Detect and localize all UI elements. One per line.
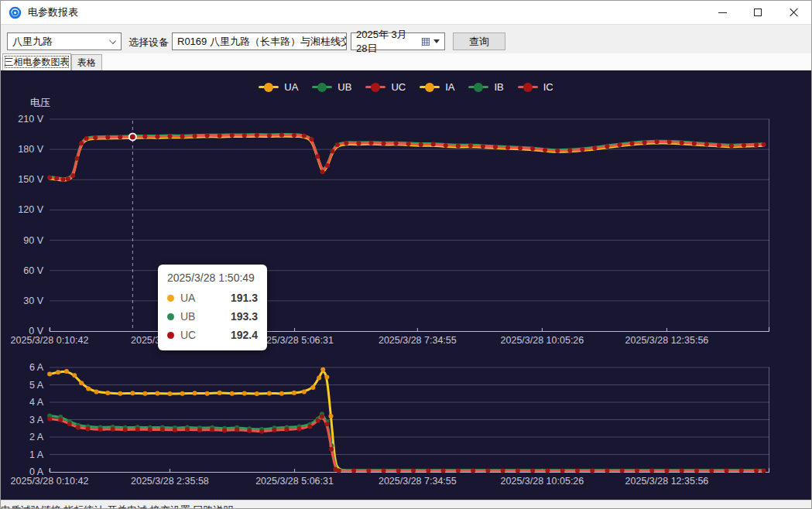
legend-label: IB	[494, 81, 503, 93]
legend-item-ic[interactable]: IC	[518, 81, 553, 93]
tooltip-series-value: 193.3	[231, 310, 258, 323]
legend-item-ub[interactable]: UB	[312, 81, 351, 93]
tooltip-row-ub: UB193.3	[167, 307, 258, 326]
toolbar: 八里九路 选择设备 R0169 八里九路（长丰路）与湘桂线交 2025年 3月2…	[1, 24, 811, 53]
legend-marker-icon	[468, 86, 488, 88]
series-dot-icon	[167, 332, 174, 339]
legend-marker-icon	[420, 86, 440, 88]
legend-marker-icon	[312, 86, 332, 88]
query-button-label: 查询	[469, 35, 489, 49]
tooltip-series-value: 192.4	[231, 329, 258, 341]
device-select-value: R0169 八里九路（长丰路）与湘桂线交	[177, 35, 347, 49]
background-window-text: 电质试验链接 指标统计 开关电试 接变设置 回路说明	[1, 504, 233, 509]
tooltip-series-label: UB	[180, 310, 195, 323]
dropdown-arrow-icon	[433, 39, 440, 43]
maximize-button[interactable]	[740, 1, 776, 24]
legend-label: IC	[543, 81, 553, 93]
tooltip-row-uc: UC192.4	[167, 326, 258, 344]
device-select[interactable]: R0169 八里九路（长丰路）与湘桂线交	[172, 32, 347, 50]
close-icon	[789, 8, 798, 17]
series-dot-icon	[167, 295, 174, 302]
series-dot-icon	[167, 313, 174, 320]
chart-legend: UAUBUCIAIBIC	[1, 81, 811, 93]
minimize-icon	[718, 12, 727, 13]
legend-item-ib[interactable]: IB	[468, 81, 503, 93]
background-window-strip: 电质试验链接 指标统计 开关电试 接变设置 回路说明	[1, 500, 811, 509]
tooltip-series-value: 191.3	[231, 292, 258, 304]
tooltip-series-label: UC	[180, 329, 196, 341]
tab-label: 表格	[77, 56, 96, 70]
tooltip-row-ua: UA191.3	[167, 289, 258, 307]
legend-item-ua[interactable]: UA	[259, 81, 298, 93]
legend-label: UA	[284, 81, 298, 93]
app-window: 电参数报表 八里九路 选择设备 R0169 八里九路（长丰路）与湘桂线交 202…	[0, 0, 812, 509]
legend-marker-icon	[259, 86, 279, 88]
tab-strip: 三相电参数图表 表格	[1, 53, 811, 70]
title-bar: 电参数报表	[1, 1, 811, 24]
window-title: 电参数报表	[28, 5, 78, 19]
chart-panel	[1, 70, 811, 500]
close-button[interactable]	[776, 1, 811, 24]
area-select[interactable]: 八里九路	[7, 32, 122, 50]
calendar-icon	[422, 37, 430, 46]
legend-label: UB	[337, 81, 351, 93]
legend-item-ia[interactable]: IA	[420, 81, 454, 93]
chevron-down-icon	[109, 37, 116, 44]
tooltip-timestamp: 2025/3/28 1:50:49	[167, 272, 258, 284]
legend-marker-icon	[518, 86, 538, 88]
query-button[interactable]: 查询	[453, 32, 505, 50]
voltage-chart-title: 电压	[30, 96, 50, 110]
legend-marker-icon	[365, 86, 385, 88]
chart-tooltip: 2025/3/28 1:50:49 UA191.3UB193.3UC192.4	[158, 265, 267, 350]
app-icon	[9, 6, 22, 19]
tooltip-series-label: UA	[180, 292, 195, 304]
area-select-value: 八里九路	[12, 35, 53, 49]
tab-three-phase-chart[interactable]: 三相电参数图表	[2, 53, 71, 70]
date-picker[interactable]: 2025年 3月28日	[351, 32, 445, 50]
tab-label: 三相电参数图表	[5, 56, 70, 69]
legend-label: IA	[445, 81, 454, 93]
tab-table[interactable]: 表格	[71, 54, 102, 70]
maximize-icon	[754, 9, 762, 16]
date-picker-value: 2025年 3月28日	[356, 28, 416, 56]
legend-item-uc[interactable]: UC	[365, 81, 406, 93]
minimize-button[interactable]	[704, 1, 740, 24]
device-label: 选择设备	[128, 36, 169, 50]
legend-label: UC	[391, 81, 406, 93]
